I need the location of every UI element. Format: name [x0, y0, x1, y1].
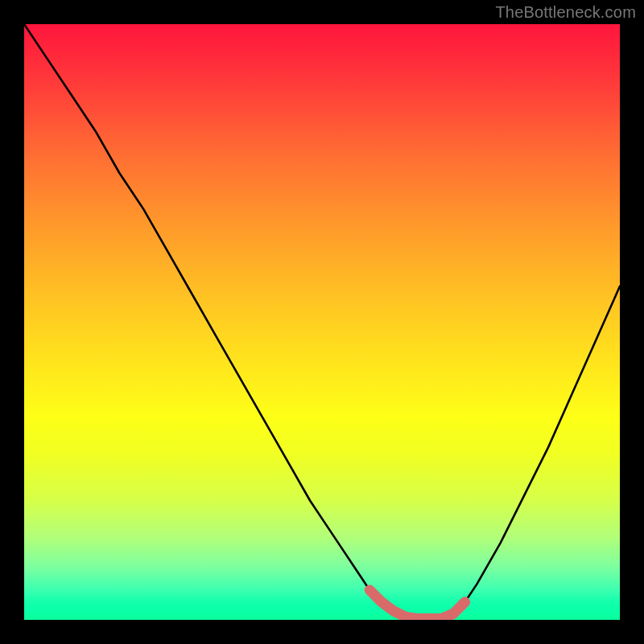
plot-area: [24, 24, 620, 620]
curve-layer: [24, 24, 620, 620]
bottleneck-curve: [24, 24, 620, 619]
chart-frame: TheBottleneck.com: [0, 0, 644, 644]
watermark-text: TheBottleneck.com: [495, 3, 636, 22]
highlight-segment: [369, 590, 464, 619]
